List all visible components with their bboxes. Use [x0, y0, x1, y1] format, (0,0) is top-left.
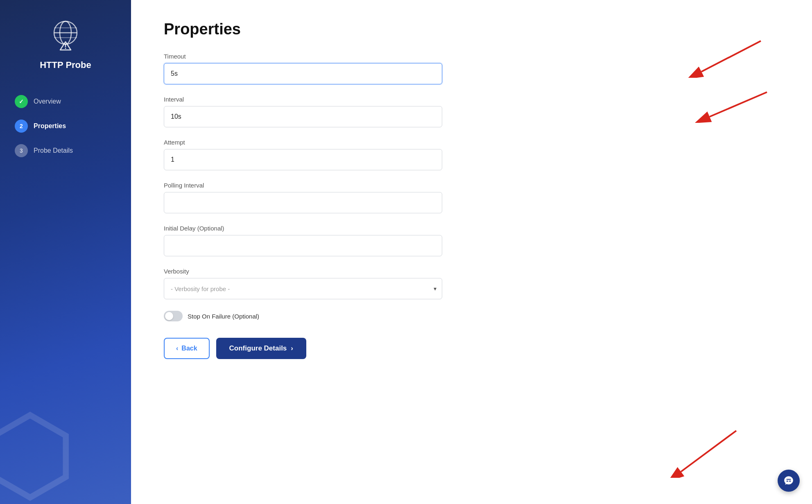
- probe-details-label: Probe Details: [34, 147, 73, 154]
- configure-label: Configure Details: [229, 344, 287, 353]
- button-row: ‹ Back Configure Details ›: [164, 338, 779, 359]
- attempt-input[interactable]: [164, 149, 442, 170]
- sidebar: ⬡ HTTP Probe ✓ Overview 2 Properties: [0, 0, 131, 504]
- bg-decorative-icon: ⬡: [0, 393, 77, 504]
- verbosity-group: Verbosity - Verbosity for probe - Info D…: [164, 268, 779, 299]
- app-title: HTTP Probe: [40, 60, 91, 70]
- timeout-group: Timeout: [164, 53, 779, 84]
- initial-delay-group: Initial Delay (Optional): [164, 225, 779, 256]
- stop-on-failure-toggle[interactable]: [164, 311, 183, 321]
- overview-badge: ✓: [15, 95, 28, 108]
- timeout-input[interactable]: [164, 63, 442, 84]
- svg-line-13: [681, 431, 736, 472]
- attempt-label: Attempt: [164, 139, 779, 146]
- back-label: Back: [181, 345, 197, 352]
- initial-delay-input[interactable]: [164, 235, 442, 256]
- attempt-group: Attempt: [164, 139, 779, 170]
- chat-button[interactable]: [778, 470, 800, 492]
- verbosity-select[interactable]: - Verbosity for probe - Info Debug Error: [164, 278, 442, 299]
- interval-input[interactable]: [164, 106, 442, 127]
- overview-label: Overview: [34, 98, 61, 105]
- properties-badge: 2: [15, 120, 28, 133]
- svg-point-7: [65, 48, 66, 49]
- configure-details-button[interactable]: Configure Details ›: [216, 338, 306, 359]
- configure-chevron-icon: ›: [291, 344, 293, 353]
- verbosity-select-wrapper: - Verbosity for probe - Info Debug Error…: [164, 278, 442, 299]
- page-title: Properties: [164, 20, 779, 38]
- app-logo: [47, 16, 84, 53]
- properties-label: Properties: [34, 122, 66, 130]
- verbosity-label: Verbosity: [164, 268, 779, 275]
- sidebar-item-overview[interactable]: ✓ Overview: [8, 91, 123, 112]
- arrow-configure: [648, 429, 738, 479]
- probe-details-badge: 3: [15, 144, 28, 157]
- timeout-label: Timeout: [164, 53, 779, 60]
- stop-on-failure-row: Stop On Failure (Optional): [164, 311, 779, 321]
- stop-on-failure-label: Stop On Failure (Optional): [188, 313, 259, 320]
- sidebar-item-properties[interactable]: 2 Properties: [8, 115, 123, 137]
- main-content: Properties: [131, 0, 812, 504]
- interval-group: Interval: [164, 96, 779, 127]
- polling-interval-label: Polling Interval: [164, 182, 779, 189]
- polling-interval-input[interactable]: [164, 192, 442, 213]
- nav-items: ✓ Overview 2 Properties 3 Probe Details: [8, 91, 123, 161]
- back-button[interactable]: ‹ Back: [164, 338, 210, 359]
- initial-delay-label: Initial Delay (Optional): [164, 225, 779, 232]
- back-chevron-icon: ‹: [176, 345, 178, 352]
- sidebar-item-probe-details[interactable]: 3 Probe Details: [8, 140, 123, 161]
- chat-icon: [783, 475, 794, 486]
- polling-interval-group: Polling Interval: [164, 182, 779, 213]
- interval-label: Interval: [164, 96, 779, 103]
